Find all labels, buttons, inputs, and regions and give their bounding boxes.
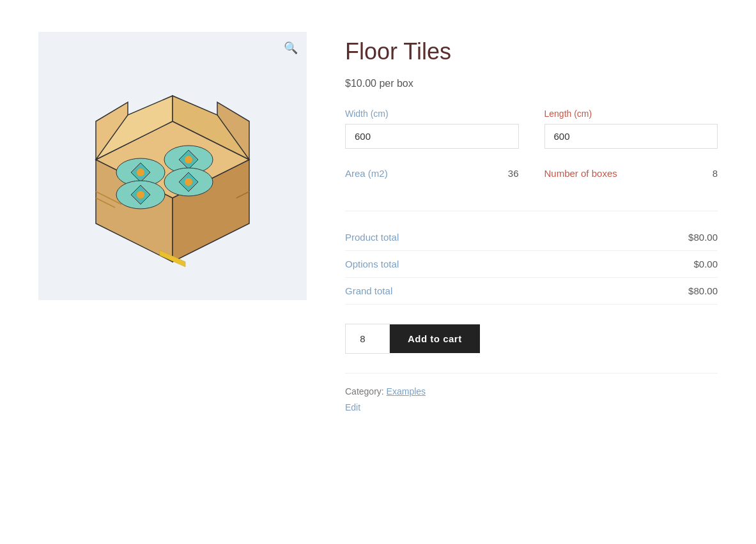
product-details: Floor Tiles $10.00 per box Width (cm) Le… [345,32,718,413]
quantity-input[interactable] [345,324,390,354]
svg-point-9 [137,169,144,176]
product-price: $10.00 per box [345,78,718,89]
cart-row: Add to cart [345,324,718,354]
length-label: Length (cm) [544,109,718,119]
category-link[interactable]: Examples [387,386,426,397]
product-title: Floor Tiles [345,38,718,65]
zoom-icon[interactable]: 🔍 [284,41,298,55]
totals-section: Product total $80.00 Options total $0.00… [345,211,718,305]
options-total-value: $0.00 [693,259,718,269]
width-input[interactable] [345,124,519,149]
product-total-label: Product total [345,232,399,243]
length-input[interactable] [544,124,718,149]
width-label: Width (cm) [345,109,519,119]
edit-link[interactable]: Edit [345,402,360,412]
add-to-cart-button[interactable]: Add to cart [390,324,480,353]
product-total-row: Product total $80.00 [345,224,718,251]
options-total-label: Options total [345,259,399,269]
area-value: 36 [508,168,519,179]
svg-point-18 [185,178,192,186]
category-label: Category: [345,386,384,397]
calc-row: Area (m2) 36 Number of boxes 8 [345,168,718,192]
boxes-value: 8 [713,168,718,179]
page-wrapper: 🔍 [0,0,756,445]
divider [345,373,718,374]
dimensions-row: Width (cm) Length (cm) [345,109,718,149]
grand-total-value: $80.00 [688,285,718,296]
product-image-container: 🔍 [38,32,307,300]
boxes-item: Number of boxes 8 [544,168,718,179]
area-item: Area (m2) 36 [345,168,519,179]
grand-total-label: Grand total [345,285,392,296]
boxes-label: Number of boxes [544,168,617,179]
category-line: Category: Examples [345,386,718,397]
product-image [64,57,281,275]
svg-point-15 [137,191,144,199]
grand-total-row: Grand total $80.00 [345,278,718,305]
length-field: Length (cm) [544,109,718,149]
area-label: Area (m2) [345,168,388,179]
width-field: Width (cm) [345,109,519,149]
product-total-value: $80.00 [688,232,718,243]
svg-point-12 [185,156,192,163]
options-total-row: Options total $0.00 [345,251,718,278]
